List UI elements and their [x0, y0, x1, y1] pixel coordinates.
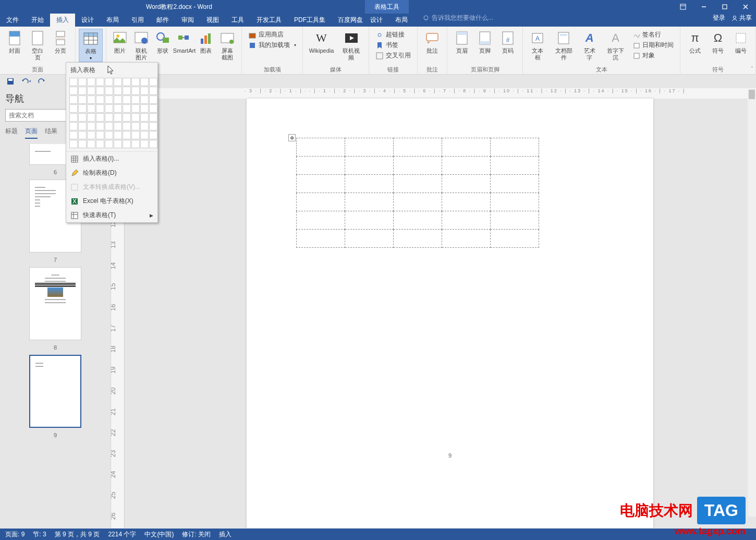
tab-review[interactable]: 审阅 — [175, 14, 200, 27]
grid-cell[interactable] — [114, 78, 122, 86]
grid-cell[interactable] — [149, 113, 157, 122]
grid-cell[interactable] — [69, 95, 78, 104]
pagenumber-button[interactable]: #页码 — [496, 29, 519, 55]
grid-cell[interactable] — [149, 104, 157, 113]
grid-cell[interactable] — [140, 113, 149, 122]
status-language[interactable]: 中文(中国) — [144, 530, 174, 539]
thumbnail-page-9[interactable]: ▬▬▬▬▬▬ — [29, 355, 81, 428]
wordart-button[interactable]: A艺术字 — [578, 29, 601, 62]
quickparts-button[interactable]: 文档部件 — [550, 29, 578, 62]
grid-cell[interactable] — [123, 140, 131, 148]
textbox-button[interactable]: A文本框 — [526, 29, 549, 62]
document-table[interactable] — [296, 138, 539, 248]
grid-cell[interactable] — [78, 104, 87, 113]
scrollbar-thumb[interactable] — [749, 90, 755, 99]
grid-cell[interactable] — [78, 122, 87, 130]
grid-cell[interactable] — [114, 113, 122, 122]
grid-cell[interactable] — [149, 140, 157, 148]
status-words[interactable]: 2214 个字 — [108, 530, 136, 539]
footer-button[interactable]: 页脚 — [473, 29, 496, 55]
grid-cell[interactable] — [114, 95, 122, 104]
tab-layout[interactable]: 布局 — [100, 14, 125, 27]
tab-references[interactable]: 引用 — [125, 14, 150, 27]
login-link[interactable]: 登录 — [713, 14, 725, 22]
excel-spreadsheet-item[interactable]: XExcel 电子表格(X) — [66, 194, 157, 208]
nav-tab-results[interactable]: 结果 — [45, 127, 57, 139]
grid-cell[interactable] — [69, 78, 78, 86]
tab-mailings[interactable]: 邮件 — [150, 14, 175, 27]
grid-cell[interactable] — [87, 131, 95, 139]
grid-cell[interactable] — [114, 122, 122, 130]
grid-cell[interactable] — [105, 104, 113, 113]
grid-cell[interactable] — [123, 131, 131, 139]
grid-cell[interactable] — [78, 140, 87, 148]
grid-cell[interactable] — [105, 131, 113, 139]
grid-cell[interactable] — [69, 122, 78, 130]
grid-cell[interactable] — [114, 87, 122, 95]
table-size-grid[interactable] — [66, 78, 157, 151]
save-button[interactable] — [5, 76, 16, 87]
online-video-button[interactable]: 联机视频 — [337, 29, 365, 62]
grid-cell[interactable] — [69, 104, 78, 113]
blank-page-button[interactable]: 空白页 — [26, 29, 50, 62]
maximize-button[interactable] — [714, 0, 735, 14]
grid-cell[interactable] — [78, 131, 87, 139]
grid-cell[interactable] — [123, 78, 131, 86]
grid-cell[interactable] — [87, 104, 95, 113]
grid-cell[interactable] — [78, 113, 87, 122]
grid-cell[interactable] — [96, 140, 104, 148]
pictures-button[interactable]: 图片 — [109, 29, 130, 55]
grid-cell[interactable] — [131, 87, 140, 95]
grid-cell[interactable] — [87, 95, 95, 104]
nav-tab-headings[interactable]: 标题 — [5, 127, 18, 139]
header-button[interactable]: 页眉 — [450, 29, 473, 55]
grid-cell[interactable] — [149, 87, 157, 95]
draw-table-item[interactable]: 绘制表格(D) — [66, 166, 157, 180]
symbol-button[interactable]: Ω符号 — [706, 29, 729, 55]
cover-page-button[interactable]: 封面 — [3, 29, 26, 55]
collapse-ribbon-icon[interactable]: ˆ — [751, 66, 753, 72]
grid-cell[interactable] — [96, 113, 104, 122]
grid-cell[interactable] — [131, 122, 140, 130]
tab-view[interactable]: 视图 — [200, 14, 225, 27]
number-button[interactable]: 编号 — [729, 29, 752, 55]
grid-cell[interactable] — [114, 131, 122, 139]
grid-cell[interactable] — [78, 95, 87, 104]
grid-cell[interactable] — [105, 87, 113, 95]
hyperlink-button[interactable]: 超链接 — [373, 30, 413, 40]
grid-cell[interactable] — [149, 78, 157, 86]
table-button[interactable]: 表格▾ — [79, 29, 103, 62]
grid-cell[interactable] — [140, 95, 149, 104]
tab-pdf[interactable]: PDF工具集 — [288, 14, 332, 27]
thumbnail-page-8[interactable]: ▬▬▬▬▬▬▬▬▬▬▬▬▬▬▬▬▬▬▬▬▬▬▬▬▬▬▬▬▬▬▬▬▬▬▬ — [29, 267, 81, 340]
grid-cell[interactable] — [149, 131, 157, 139]
table-tab-layout[interactable]: 布局 — [389, 14, 414, 27]
grid-cell[interactable] — [105, 113, 113, 122]
page-break-button[interactable]: 分页 — [49, 29, 72, 55]
wikipedia-button[interactable]: WWikipedia — [306, 29, 337, 55]
grid-cell[interactable] — [96, 131, 104, 139]
document-page[interactable]: ✥ 9 — [247, 99, 653, 528]
grid-cell[interactable] — [69, 87, 78, 95]
grid-cell[interactable] — [87, 78, 95, 86]
tab-insert[interactable]: 插入 — [50, 14, 75, 27]
grid-cell[interactable] — [87, 87, 95, 95]
grid-cell[interactable] — [96, 104, 104, 113]
grid-cell[interactable] — [78, 87, 87, 95]
status-pages[interactable]: 第 9 页，共 9 页 — [55, 530, 100, 539]
close-button[interactable] — [735, 0, 756, 14]
undo-button[interactable]: ▾ — [21, 76, 31, 87]
online-pictures-button[interactable]: 联机图片 — [130, 29, 152, 62]
status-track[interactable]: 修订: 关闭 — [182, 530, 211, 539]
grid-cell[interactable] — [123, 122, 131, 130]
grid-cell[interactable] — [140, 122, 149, 130]
grid-cell[interactable] — [131, 140, 140, 148]
status-section[interactable]: 节: 3 — [33, 530, 46, 539]
crossref-button[interactable]: 交叉引用 — [373, 51, 413, 61]
vertical-scrollbar[interactable] — [748, 89, 756, 517]
grid-cell[interactable] — [105, 140, 113, 148]
status-mode[interactable]: 插入 — [219, 530, 231, 539]
tab-design[interactable]: 设计 — [75, 14, 100, 27]
object-button[interactable]: 对象 — [631, 51, 676, 61]
grid-cell[interactable] — [140, 140, 149, 148]
